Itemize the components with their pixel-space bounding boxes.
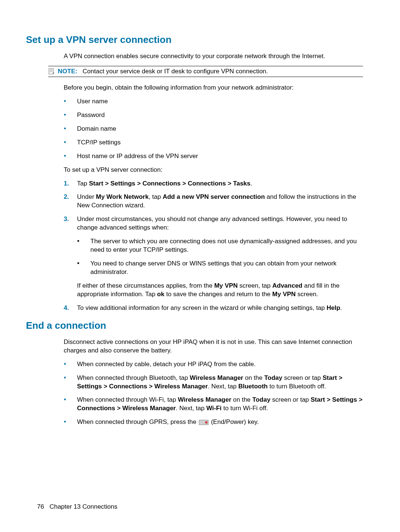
list-item: Host name or IP address of the VPN serve… [64,152,363,161]
note-content: NOTE: Contact your service desk or IT de… [58,68,268,75]
page-footer: 76 Chapter 13 Connections [37,503,117,511]
text: Tap [77,180,89,187]
note-label: NOTE: [58,68,77,75]
note-body: Contact your service desk or IT desk to … [83,68,268,75]
end-intro-text: Disconnect active connections on your HP… [64,338,363,355]
bold-text: Help [327,304,340,311]
list-item: You need to change server DNS or WINS se… [77,260,363,277]
svg-rect-0 [49,68,53,74]
text: When connected through Wi-Fi, tap [77,396,178,403]
text: screen or tap [270,396,311,403]
text: screen or tap [282,374,323,381]
step-3: Under most circumstances, you should not… [64,215,363,299]
text: Under [77,193,96,200]
list-item: TCP/IP settings [64,138,363,147]
list-item: When connected through Bluetooth, tap Wi… [64,374,363,391]
step-4: To view additional information for any s… [64,304,363,312]
steps-list: Tap Start > Settings > Connections > Con… [64,180,363,312]
bold-text: ok [157,291,164,298]
list-item: Domain name [64,125,363,133]
text: screen. [296,291,318,298]
text: screen, tap [238,282,273,289]
heading-vpn-setup: Set up a VPN server connection [26,34,363,46]
text: to turn Wi-Fi off. [221,405,268,412]
bold-text: Wireless Manager [190,374,243,381]
step-1: Tap Start > Settings > Connections > Con… [64,180,363,188]
bold-text: Today [252,396,270,403]
info-list: User name Password Domain name TCP/IP se… [64,97,363,161]
before-begin-text: Before you begin, obtain the following i… [64,84,363,92]
text: . Next, tap [208,383,238,390]
bold-text: Add a new VPN server connection [163,193,265,200]
text: (End/Power) key. [209,418,259,425]
step-3-follow: If either of these circumstances applies… [77,282,363,299]
text: , tap [149,193,163,200]
end-power-key-icon [199,420,209,425]
bold-text: Bluetooth [238,383,267,390]
chapter-label: Chapter 13 Connections [50,503,117,510]
bold-text: My Work Network [96,193,149,200]
text: . [340,304,342,311]
sub-list: The server to which you are connecting d… [77,237,363,277]
vpn-intro-text: A VPN connection enables secure connecti… [64,52,363,61]
list-item: When connected by cable, detach your HP … [64,360,363,369]
text: on the [243,374,264,381]
bold-text: Start > Settings > Connections > Connect… [89,180,250,187]
text: to save the changes and return to the [164,291,272,298]
list-item: When connected through GPRS, press the (… [64,418,363,426]
to-setup-text: To set up a VPN server connection: [64,166,363,174]
step-2: Under My Work Network, tap Add a new VPN… [64,193,363,210]
text: When connected through Bluetooth, tap [77,374,190,381]
text: When connected through GPRS, press the [77,418,198,425]
text: . [250,180,252,187]
text: on the [231,396,253,403]
bold-text: Wi-Fi [206,405,221,412]
bold-text: Wireless Manager [178,396,231,403]
text: to turn Bluetooth off. [268,383,326,390]
bold-text: My VPN [214,282,237,289]
note-box: NOTE: Contact your service desk or IT de… [48,66,363,77]
bold-text: Advanced [272,282,302,289]
text: . Next, tap [176,405,206,412]
text: Under most circumstances, you should not… [77,215,347,231]
list-item: Password [64,111,363,120]
bold-text: Today [264,374,282,381]
list-item: The server to which you are connecting d… [77,237,363,254]
end-list: When connected by cable, detach your HP … [64,360,363,427]
text: To view additional information for any s… [77,304,327,311]
page-number: 76 [37,503,44,510]
bold-text: My VPN [272,291,296,298]
note-icon [48,68,55,75]
text: If either of these circumstances applies… [77,282,214,289]
list-item: User name [64,97,363,106]
heading-end-connection: End a connection [26,320,363,331]
list-item: When connected through Wi-Fi, tap Wirele… [64,396,363,413]
